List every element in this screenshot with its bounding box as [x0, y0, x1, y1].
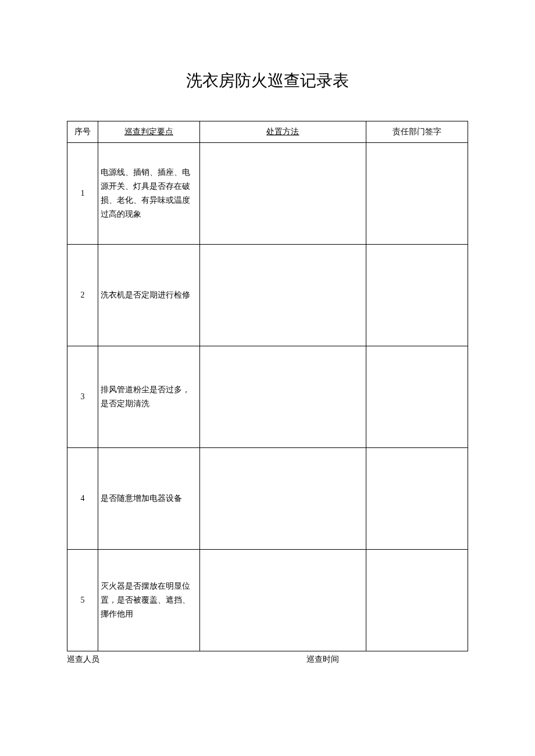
table-row: 3 排风管道粉尘是否过多，是否定期清洗	[67, 346, 468, 447]
cell-method	[199, 244, 366, 346]
table-row: 4 是否随意增加电器设备	[67, 447, 468, 549]
cell-sign	[366, 346, 468, 447]
cell-method	[199, 142, 366, 244]
cell-sign	[366, 447, 468, 549]
header-row: 序号 巡查判定要点 处置方法 责任部门签字	[67, 121, 468, 143]
cell-point: 洗衣机是否定期进行检修	[98, 244, 200, 346]
cell-index: 1	[67, 142, 98, 244]
cell-method	[199, 447, 366, 549]
cell-point: 排风管道粉尘是否过多，是否定期清洗	[98, 346, 200, 447]
cell-sign	[366, 244, 468, 346]
table-row: 2 洗衣机是否定期进行检修	[67, 244, 468, 346]
cell-method	[199, 346, 366, 447]
page-title: 洗衣房防火巡查记录表	[0, 0, 535, 121]
cell-point: 电源线、插销、插座、电源开关、灯具是否存在破损、老化、有异味或温度过高的现象	[98, 142, 200, 244]
cell-index: 4	[67, 447, 98, 549]
cell-point: 灭火器是否摆放在明显位置，是否被覆盖、遮挡、挪作他用	[98, 549, 200, 651]
inspection-table: 序号 巡查判定要点 处置方法 责任部门签字 1 电源线、插销、插座、电源开关、灯…	[67, 121, 468, 651]
cell-method	[199, 549, 366, 651]
header-method: 处置方法	[199, 121, 366, 143]
cell-sign	[366, 549, 468, 651]
header-sign: 责任部门签字	[366, 121, 468, 143]
cell-index: 2	[67, 244, 98, 346]
cell-index: 3	[67, 346, 98, 447]
table-row: 5 灭火器是否摆放在明显位置，是否被覆盖、遮挡、挪作他用	[67, 549, 468, 651]
footer-time-label: 巡查时间	[306, 654, 339, 665]
cell-sign	[366, 142, 468, 244]
header-point: 巡查判定要点	[98, 121, 200, 143]
cell-index: 5	[67, 549, 98, 651]
cell-point: 是否随意增加电器设备	[98, 447, 200, 549]
table-container: 序号 巡查判定要点 处置方法 责任部门签字 1 电源线、插销、插座、电源开关、灯…	[67, 121, 468, 651]
footer-inspector-label: 巡查人员	[67, 654, 99, 665]
header-index: 序号	[67, 121, 98, 143]
table-row: 1 电源线、插销、插座、电源开关、灯具是否存在破损、老化、有异味或温度过高的现象	[67, 142, 468, 244]
